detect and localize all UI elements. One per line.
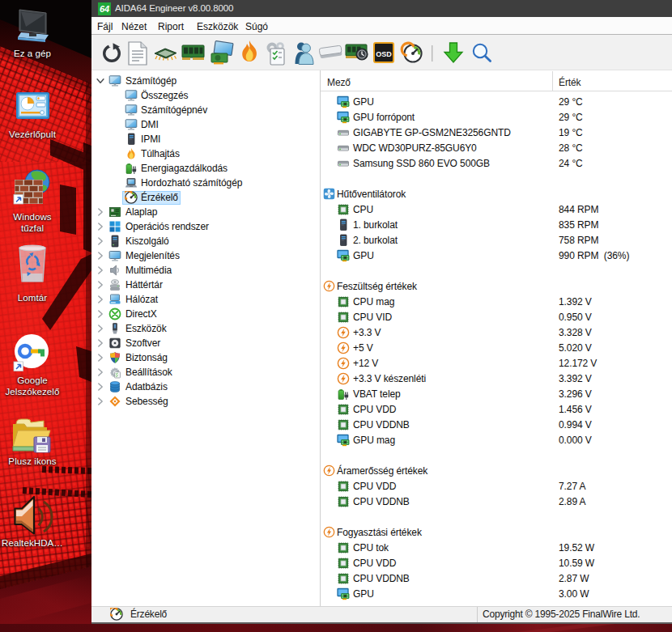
svg-text:OSD: OSD — [376, 50, 392, 58]
